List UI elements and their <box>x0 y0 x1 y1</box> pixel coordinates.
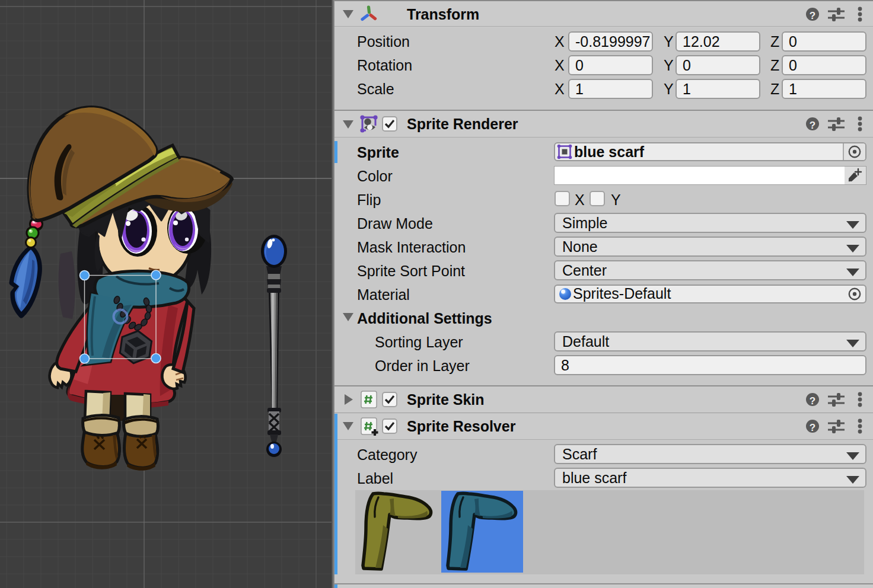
svg-text:?: ? <box>810 10 815 21</box>
svg-text:?: ? <box>810 120 815 131</box>
svg-text:?: ? <box>810 395 815 407</box>
svg-text:?: ? <box>810 422 815 433</box>
